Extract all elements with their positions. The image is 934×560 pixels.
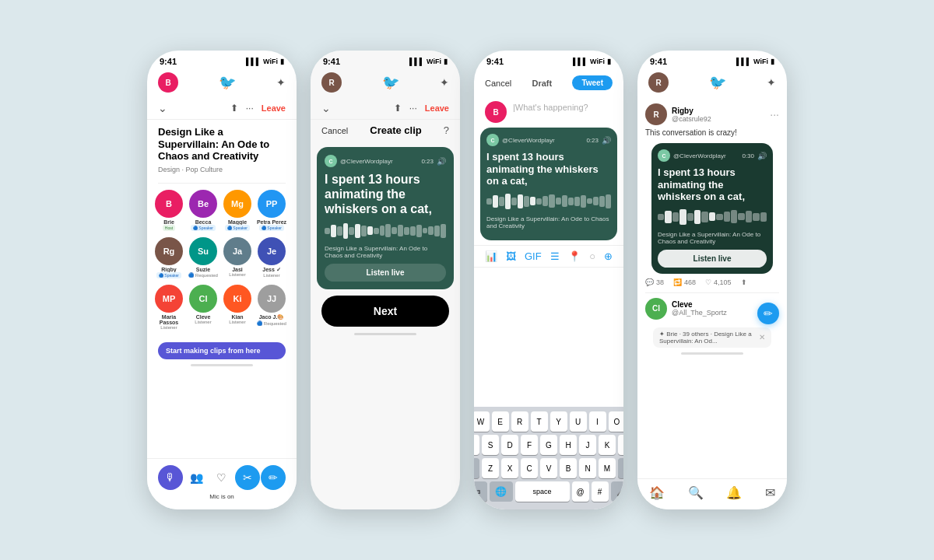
key-m[interactable]: M: [599, 458, 616, 478]
share-action[interactable]: ⬆: [741, 278, 747, 286]
clip-button[interactable]: ✂: [235, 465, 260, 490]
volume-icon-4[interactable]: 🔊: [757, 152, 767, 160]
next-button[interactable]: Next: [321, 296, 449, 327]
avatar-rigby[interactable]: Rg: [155, 237, 183, 265]
key-t[interactable]: T: [531, 411, 548, 432]
volume-icon-3[interactable]: 🔊: [602, 136, 611, 145]
heart-button[interactable]: ♡: [209, 465, 234, 490]
clip-cancel-button[interactable]: Cancel: [321, 126, 348, 135]
key-w[interactable]: W: [474, 411, 490, 432]
key-v[interactable]: V: [540, 458, 557, 478]
key-g[interactable]: G: [540, 435, 557, 455]
share-icon[interactable]: ⬆: [230, 103, 238, 114]
share-icon-2[interactable]: ⬆: [394, 103, 402, 114]
compose-nav: Cancel Draft Tweet: [474, 69, 623, 96]
sparkle-icon-4[interactable]: ✦: [767, 76, 776, 89]
key-n[interactable]: N: [579, 458, 596, 478]
chevron-down-icon[interactable]: ⌄: [158, 102, 167, 114]
sparkle-icon-2[interactable]: ✦: [440, 76, 449, 89]
avatar-suzie[interactable]: Su: [189, 237, 217, 265]
key-b[interactable]: B: [560, 458, 577, 478]
key-r[interactable]: R: [511, 411, 528, 432]
key-f[interactable]: F: [521, 435, 538, 455]
compose-fab[interactable]: ✏: [757, 303, 779, 324]
mic-button[interactable]: 🎙: [158, 465, 183, 490]
more-menu-rigby[interactable]: ···: [770, 108, 779, 121]
gif-icon[interactable]: GIF: [525, 250, 542, 262]
location-icon[interactable]: 📍: [568, 250, 581, 262]
image-icon[interactable]: 🖼: [506, 250, 516, 262]
key-z[interactable]: Z: [482, 458, 499, 478]
key-space[interactable]: space: [515, 481, 570, 502]
clip-help-icon[interactable]: ?: [444, 124, 449, 136]
key-shift[interactable]: ⇧: [474, 458, 479, 478]
key-o[interactable]: O: [609, 411, 624, 432]
battery-icon-4: ▮: [771, 58, 774, 65]
circle-icon[interactable]: ○: [589, 250, 595, 262]
key-hash[interactable]: #: [592, 481, 609, 502]
chevron-down-icon-2[interactable]: ⌄: [321, 102, 331, 114]
compose-cancel-button[interactable]: Cancel: [485, 79, 511, 88]
sparkle-icon-1[interactable]: ✦: [276, 76, 286, 89]
notification-text: ✦ Brie · 39 others · Design Like a Super…: [659, 331, 759, 345]
leave-button-2[interactable]: Leave: [425, 103, 449, 113]
list-icon[interactable]: ☰: [550, 250, 560, 262]
key-c[interactable]: C: [521, 458, 538, 478]
key-u[interactable]: U: [570, 411, 587, 432]
key-x[interactable]: X: [501, 458, 518, 478]
listen-live-button-4[interactable]: Listen live: [658, 250, 767, 268]
key-d[interactable]: D: [501, 435, 518, 455]
key-mic[interactable]: 🎤: [611, 481, 624, 502]
avatar-maggie[interactable]: Mg: [223, 190, 251, 218]
avatar-kian[interactable]: Ki: [223, 285, 251, 313]
listen-live-button-2[interactable]: Listen live: [325, 264, 446, 282]
more-icon-2[interactable]: ···: [409, 103, 417, 114]
avatar-1[interactable]: B: [158, 72, 178, 93]
chart-icon[interactable]: 📊: [485, 250, 497, 262]
retweet-action[interactable]: 🔁 468: [673, 278, 696, 286]
avatar-brie[interactable]: B: [155, 190, 183, 218]
tweet-button[interactable]: Tweet: [572, 75, 613, 90]
compose-input[interactable]: |What's happening?: [513, 101, 613, 112]
key-delete[interactable]: ⌫: [618, 458, 623, 478]
mail-nav-icon[interactable]: ✉: [765, 485, 775, 500]
key-globe[interactable]: 🌐: [490, 481, 513, 502]
compose-button-1[interactable]: ✏: [261, 465, 286, 490]
key-a[interactable]: A: [474, 435, 479, 455]
plus-circle-icon[interactable]: ⊕: [604, 250, 613, 262]
avatar-jasi[interactable]: Ja: [223, 237, 251, 265]
bell-nav-icon[interactable]: 🔔: [726, 485, 742, 500]
key-e[interactable]: E: [492, 411, 509, 432]
status-bar-2: 9:41 ▌▌▌ WiFi ▮: [311, 51, 460, 69]
key-l[interactable]: L: [618, 435, 623, 455]
key-y[interactable]: Y: [550, 411, 567, 432]
key-123[interactable]: 123: [474, 481, 487, 502]
avatar-petra[interactable]: PP: [258, 190, 286, 218]
key-at[interactable]: @: [572, 481, 589, 502]
avatar-phone4[interactable]: R: [648, 72, 669, 93]
feed-content: R Rigby @catsrule92 ··· This conversatio…: [637, 97, 787, 348]
home-nav-icon[interactable]: 🏠: [649, 485, 665, 500]
key-i[interactable]: I: [589, 411, 606, 432]
search-nav-icon[interactable]: 🔍: [688, 485, 704, 500]
avatar-maria[interactable]: MP: [155, 285, 183, 313]
key-s[interactable]: S: [482, 435, 499, 455]
key-h[interactable]: H: [560, 435, 577, 455]
avatar-jess[interactable]: Je: [258, 237, 286, 265]
more-icon[interactable]: ···: [246, 103, 254, 114]
avatar-becca[interactable]: Be: [189, 190, 217, 218]
notification-close[interactable]: ✕: [759, 333, 765, 341]
avatar-jaco[interactable]: JJ: [258, 285, 286, 313]
avatar-phone2[interactable]: R: [321, 72, 342, 93]
avatar-cleve[interactable]: Cl: [189, 285, 217, 313]
avatar-rigby-feed[interactable]: R: [645, 103, 667, 125]
key-k[interactable]: K: [599, 435, 616, 455]
leave-button-1[interactable]: Leave: [262, 103, 286, 113]
notification-bar[interactable]: ✦ Brie · 39 others · Design Like a Super…: [653, 327, 771, 348]
people-button[interactable]: 👥: [184, 465, 209, 490]
key-j[interactable]: J: [579, 435, 596, 455]
like-action[interactable]: ♡ 4,105: [705, 278, 732, 286]
reply-action[interactable]: 💬 38: [645, 278, 664, 286]
volume-icon-2[interactable]: 🔊: [437, 157, 446, 166]
avatar-cleve-feed[interactable]: Cl: [645, 298, 667, 320]
